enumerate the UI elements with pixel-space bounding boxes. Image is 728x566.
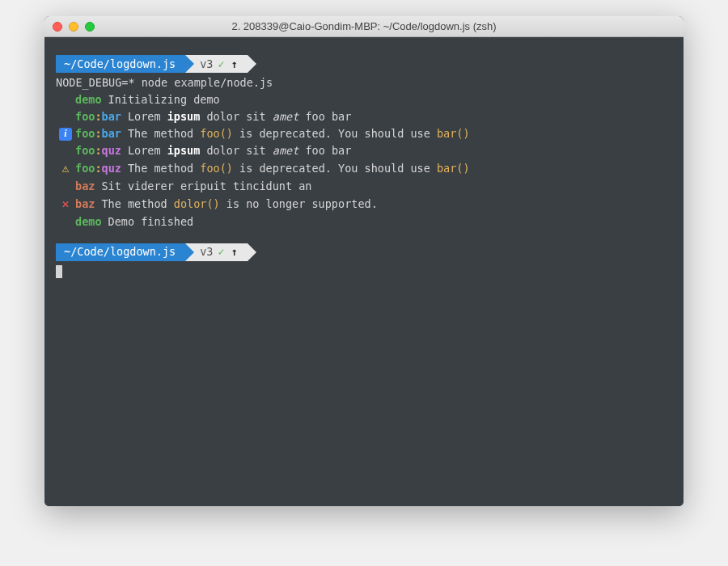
log-message: The method foo() is deprecated. You shou… [128,160,470,177]
log-output: demoInitializing demofoo:barLorem ipsum … [56,91,672,230]
log-message: The method foo() is deprecated. You shou… [128,125,470,142]
log-line: ⚠foo:quzThe method foo() is deprecated. … [56,159,672,178]
error-icon: ✕ [61,196,69,211]
log-message: The method dolor() is no longer supporte… [101,196,377,213]
prompt: ~/Code/logdown.js v3 ✓ ↑ [56,243,672,261]
terminal-window: 2. 208339@Caio-Gondim-MBP: ~/Code/logdow… [44,16,684,506]
window-title: 2. 208339@Caio-Gondim-MBP: ~/Code/logdow… [53,20,675,32]
log-line: foo:quzLorem ipsum dolor sit amet foo ba… [56,142,672,159]
log-tag: demo [75,213,102,230]
warning-icon: ⚠ [61,161,69,175]
log-tag: baz [75,196,95,213]
branch-name: v3 [200,243,213,260]
log-tag: foo:quz [75,142,121,159]
log-message: Lorem ipsum dolor sit amet foo bar [128,108,351,125]
prompt-branch: v3 ✓ ↑ [185,243,248,261]
log-icon-gutter: i [56,125,75,142]
terminal-body[interactable]: ~/Code/logdown.js v3 ✓ ↑ NODE_DEBUG=* no… [44,37,684,506]
branch-name: v3 [200,56,213,73]
log-tag: foo:bar [75,125,121,142]
maximize-icon[interactable] [85,22,95,32]
minimize-icon[interactable] [69,22,78,32]
log-message: Sit viderer eripuit tincidunt an [101,178,311,195]
log-line: foo:barLorem ipsum dolor sit amet foo ba… [56,108,672,125]
prompt-branch: v3 ✓ ↑ [185,55,248,73]
log-tag: demo [75,91,102,108]
prompt: ~/Code/logdown.js v3 ✓ ↑ [56,55,672,73]
check-icon: ✓ [218,243,224,260]
cursor-line [56,263,672,280]
log-line: demoInitializing demo [56,91,672,108]
log-line: bazSit viderer eripuit tincidunt an [56,178,672,195]
log-tag: baz [75,178,95,195]
info-icon: i [59,128,72,141]
log-tag: foo:quz [75,160,121,177]
arrow-up-icon: ↑ [231,56,238,73]
log-message: Initializing demo [108,91,220,108]
cursor [56,265,62,278]
prompt-path: ~/Code/logdown.js [56,243,185,261]
titlebar[interactable]: 2. 208339@Caio-Gondim-MBP: ~/Code/logdow… [44,16,684,37]
traffic-lights [53,22,95,32]
log-line: demoDemo finished [56,213,672,230]
command-line: NODE_DEBUG=* node example/node.js [56,74,672,91]
log-message: Demo finished [108,213,194,230]
log-line: ifoo:barThe method foo() is deprecated. … [56,125,672,142]
log-line: ✕bazThe method dolor() is no longer supp… [56,195,672,213]
close-icon[interactable] [53,22,62,32]
log-tag: foo:bar [75,108,121,125]
log-message: Lorem ipsum dolor sit amet foo bar [128,142,351,159]
prompt-path: ~/Code/logdown.js [56,55,185,73]
arrow-up-icon: ↑ [231,243,238,260]
log-icon-gutter: ⚠ [56,159,75,178]
log-icon-gutter: ✕ [56,195,75,213]
check-icon: ✓ [218,56,224,73]
